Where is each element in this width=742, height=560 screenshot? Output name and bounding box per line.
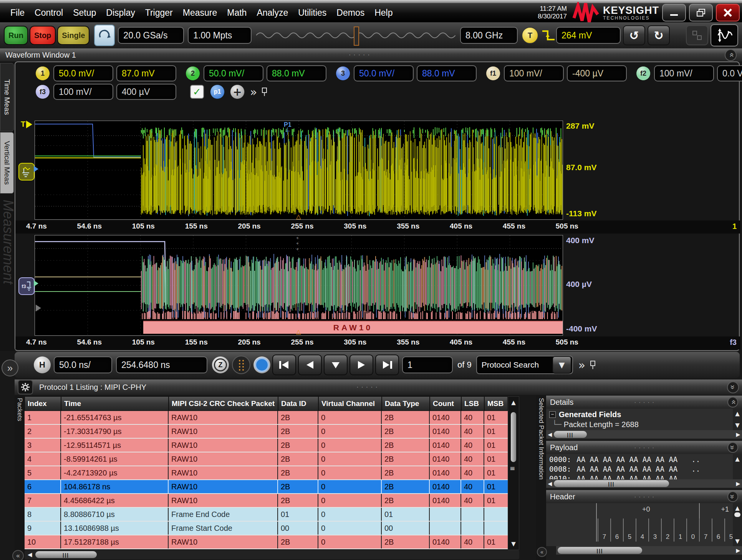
packet-row[interactable]: 9 13.16086988 µs Frame Start Code 00 0 0… — [25, 522, 508, 535]
collapse-header-chevron[interactable]: » — [727, 491, 738, 502]
channel-scale-field[interactable]: 100 mV/ — [53, 84, 113, 100]
packet-row[interactable]: 7 4.45686422 µs RAW10 2B 0 2B 0140 40 01 — [25, 494, 508, 508]
waveform-plot-lower[interactable]: RAW10 +++ △ — [35, 235, 563, 336]
scroll-right-icon[interactable]: ▶ — [734, 480, 742, 487]
collapse-payload-chevron[interactable]: » — [727, 442, 738, 453]
scroll-up-icon[interactable]: ▲ — [508, 399, 519, 406]
channel-scale-field[interactable]: 100 mV/ — [504, 65, 564, 81]
previous-result-button[interactable] — [298, 355, 322, 375]
decode-bar[interactable]: RAW10 — [143, 321, 563, 334]
channel-badge[interactable]: f1 — [486, 66, 500, 81]
packet-row[interactable]: 3 -12.95114571 µs RAW10 2B 0 2B 0140 40 … — [25, 439, 508, 452]
details-vertical-scrollbar[interactable]: ▲ ▼ — [733, 409, 742, 430]
scroll-up-icon[interactable]: ▲ — [733, 456, 742, 462]
collapse-details-chevron[interactable]: » — [727, 397, 738, 408]
trigger-level-field[interactable]: 264 mV — [556, 27, 621, 44]
menu-item[interactable]: Demos — [331, 8, 369, 18]
horizontal-badge[interactable]: H — [34, 356, 51, 373]
first-result-button[interactable] — [272, 355, 296, 375]
more-chevrons-icon[interactable]: » — [250, 85, 257, 99]
pin-icon[interactable] — [590, 360, 596, 369]
marker-columns-button[interactable] — [232, 356, 250, 374]
header-bit-ruler[interactable]: +0 +1 765432107654 ▲ ▼ — [546, 503, 742, 546]
waveform-plot-upper[interactable]: P1┼ △ — [35, 121, 563, 220]
channel-scale-field[interactable]: 50.0 mV/ — [354, 65, 414, 81]
channel-badge[interactable]: f3 — [35, 84, 50, 99]
scroll-left-icon[interactable]: ◀ — [546, 431, 554, 437]
undo-button[interactable]: ↺ — [623, 25, 645, 45]
column-header[interactable]: Data Type — [382, 396, 430, 411]
dropdown-arrow-icon[interactable]: ▼ — [552, 356, 571, 374]
menu-item[interactable]: Math — [222, 8, 252, 18]
drag-handle-icon[interactable]: ····· — [349, 51, 373, 58]
add-measurement-button[interactable]: + — [230, 84, 245, 99]
column-header[interactable]: MSB — [484, 396, 508, 411]
tab-vertical-meas[interactable]: Vertical Meas — [0, 132, 14, 194]
menu-item[interactable]: Analyze — [252, 8, 293, 18]
scroll-down-icon[interactable]: ▼ — [733, 538, 742, 545]
channel-badge[interactable]: 1 — [35, 66, 50, 81]
pin-icon[interactable] — [262, 87, 268, 96]
packet-row[interactable]: 8 8.80886710 µs Frame End Code 01 0 01 — [25, 508, 508, 522]
channel-scale-field[interactable]: 100 mV/ — [654, 65, 714, 81]
search-button[interactable] — [253, 356, 270, 373]
column-header[interactable]: Data ID — [278, 396, 318, 411]
column-header[interactable]: MIPI CSI-2 CRC Check Packet — [169, 396, 278, 411]
f3-ground-marker[interactable]: f3 — [18, 277, 35, 295]
menu-item[interactable]: Measure — [178, 8, 222, 18]
scroll-up-icon[interactable]: ▲ — [733, 505, 742, 512]
p1-marker[interactable]: P1┼ — [284, 122, 292, 134]
single-button[interactable]: Single — [57, 26, 89, 45]
header-horizontal-scrollbar[interactable]: ||| ▶ — [556, 546, 742, 555]
packet-row[interactable]: 1 -21.65514763 µs RAW10 2B 0 2B 0140 40 … — [25, 411, 508, 425]
more-chevrons-icon[interactable]: » — [578, 358, 585, 372]
scroll-right-icon[interactable]: ▶ — [734, 547, 742, 553]
tab-time-meas[interactable]: Time Meas — [0, 63, 14, 131]
column-header[interactable]: Time — [61, 396, 169, 411]
menu-item[interactable]: Utilities — [293, 8, 331, 18]
channel-offset-field[interactable]: 0.0 V — [717, 65, 742, 81]
settings-button[interactable] — [18, 380, 33, 394]
timebase-scale-field[interactable]: 50.0 ns/ — [54, 356, 112, 373]
channel-offset-field[interactable]: 88.0 mV — [417, 65, 477, 81]
scroll-up-icon[interactable]: ▲ — [733, 410, 742, 417]
scroll-right-icon[interactable]: ▶ — [734, 431, 742, 437]
header-vertical-scrollbar[interactable]: ▲ ▼ — [733, 503, 742, 546]
tree-collapse-icon[interactable]: − — [549, 411, 556, 418]
display-grid-button[interactable] — [686, 25, 708, 45]
scrollbar-thumb[interactable]: ||| — [35, 551, 97, 558]
packet-row[interactable]: 4 -8.59914261 µs RAW10 2B 0 2B 0140 40 0… — [25, 452, 508, 466]
maximize-button[interactable] — [689, 4, 713, 22]
menu-item[interactable]: File — [5, 8, 30, 18]
run-button[interactable]: Run — [4, 26, 28, 45]
expand-left-chevron[interactable]: » — [2, 360, 18, 376]
details-horizontal-scrollbar[interactable]: ◀ ||| ▶ — [546, 430, 742, 439]
details-tree[interactable]: − Generated Fields └─ Packet Length = 26… — [546, 409, 742, 430]
packet-row[interactable]: 10 17.51287188 µs RAW10 2B 0 2B 0140 40 … — [25, 535, 508, 549]
scrollbar-thumb[interactable]: ||| — [558, 547, 642, 554]
drag-handle-icon[interactable]: ····· — [634, 494, 657, 500]
channel-offset-field[interactable]: 88.0 mV — [267, 65, 326, 81]
redo-button[interactable]: ↻ — [648, 25, 670, 45]
menu-item[interactable]: Control — [30, 8, 68, 18]
trigger-time-marker-icon[interactable]: △ — [296, 213, 301, 220]
header-section-header[interactable]: Header ····· » — [546, 490, 742, 503]
tree-group-row[interactable]: − Generated Fields — [549, 410, 742, 419]
p1-badge[interactable]: p1 — [210, 84, 225, 99]
trigger-badge[interactable]: T — [522, 27, 538, 44]
scroll-left-icon[interactable]: ◀ — [28, 551, 32, 558]
scrollbar-thumb[interactable] — [734, 512, 740, 517]
payload-horizontal-scrollbar[interactable]: ◀ ||| ▶ — [546, 479, 742, 488]
channel-offset-field[interactable]: 87.0 mV — [116, 65, 176, 81]
drag-handle-icon[interactable]: ····· — [634, 444, 657, 451]
memory-depth-field[interactable]: 1.00 Mpts — [188, 27, 252, 44]
scroll-down-icon[interactable]: ▼ — [733, 422, 742, 429]
channel-offset-field[interactable]: 400 µV — [116, 84, 176, 100]
scrollbar-thumb[interactable]: ||| — [554, 431, 587, 438]
last-result-button[interactable] — [375, 355, 399, 375]
memory-marker[interactable] — [354, 27, 359, 46]
drag-handle-icon[interactable]: ····· — [356, 384, 380, 391]
details-section-header[interactable]: Details ····· » — [546, 396, 742, 409]
menu-item[interactable]: Setup — [68, 8, 101, 18]
touch-button[interactable] — [94, 25, 115, 46]
